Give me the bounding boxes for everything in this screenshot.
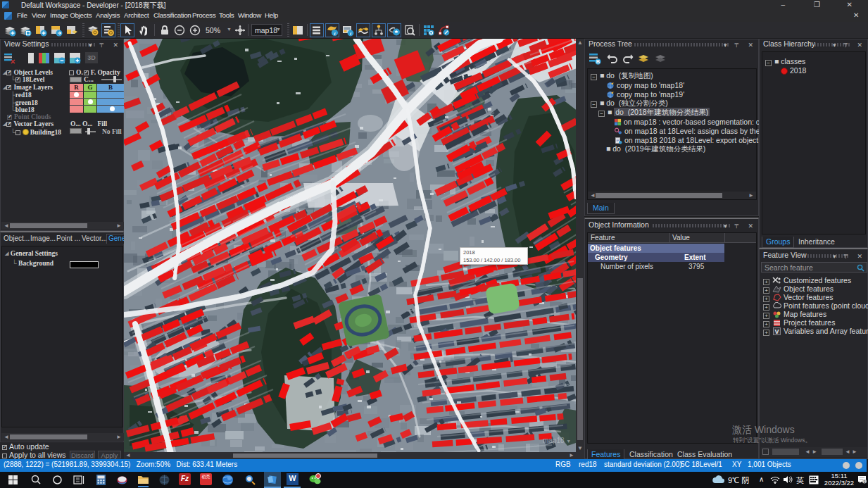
svg-text:V: V xyxy=(774,328,779,335)
svg-text:B: B xyxy=(596,58,600,65)
svg-text:i: i xyxy=(350,31,351,37)
svg-text:i: i xyxy=(334,31,336,37)
svg-text:1: 1 xyxy=(863,480,865,484)
